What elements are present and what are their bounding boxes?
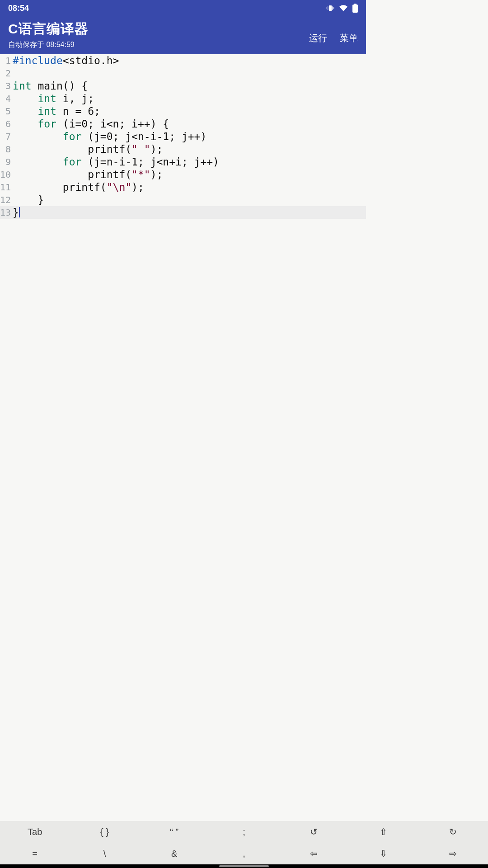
line-number: 10 (0, 168, 12, 181)
code-line[interactable]: 10 printf("*"); (0, 168, 366, 181)
code-content[interactable] (12, 67, 13, 80)
code-line[interactable]: 7 for (j=0; j<n-i-1; j++) (0, 130, 366, 143)
code-line[interactable]: 2 (0, 67, 366, 80)
wifi-icon (339, 4, 348, 12)
code-line[interactable]: 12 } (0, 193, 366, 206)
code-content[interactable]: for (j=0; j<n-i-1; j++) (12, 130, 206, 143)
line-number: 11 (0, 181, 12, 193)
code-content[interactable]: int main() { (12, 80, 88, 92)
line-number: 6 (0, 118, 12, 130)
app-bar: C语言编译器 自动保存于 08:54:59 运行 菜单 (0, 16, 366, 54)
battery-icon (352, 4, 358, 13)
code-content[interactable]: } (12, 206, 20, 219)
code-line[interactable]: 11 printf("\n"); (0, 181, 366, 193)
code-content[interactable]: int i, j; (12, 92, 94, 105)
code-content[interactable]: for (j=n-i-1; j<n+i; j++) (12, 156, 219, 168)
status-bar: 08:54 (0, 0, 366, 16)
code-line[interactable]: 5 int n = 6; (0, 105, 366, 118)
code-line[interactable]: 9 for (j=n-i-1; j<n+i; j++) (0, 156, 366, 168)
line-number: 9 (0, 156, 12, 168)
line-number: 12 (0, 193, 12, 206)
line-number: 8 (0, 143, 12, 156)
line-number: 4 (0, 92, 12, 105)
line-number: 2 (0, 67, 12, 80)
app-title: C语言编译器 (8, 20, 309, 38)
run-button[interactable]: 运行 (309, 32, 327, 44)
line-number: 3 (0, 80, 12, 92)
svg-rect-4 (333, 7, 334, 9)
line-number: 5 (0, 105, 12, 118)
svg-rect-6 (354, 4, 357, 5)
code-content[interactable]: int n = 6; (12, 105, 100, 118)
code-editor[interactable]: 1#include<stdio.h>23int main() {4 int i,… (0, 54, 366, 588)
line-number: 13 (0, 206, 12, 219)
menu-button[interactable]: 菜单 (340, 32, 358, 44)
svg-rect-1 (328, 6, 328, 10)
vibrate-icon (326, 4, 334, 12)
code-content[interactable]: printf("*"); (12, 168, 163, 181)
code-line[interactable]: 8 printf(" "); (0, 143, 366, 156)
svg-rect-3 (327, 7, 327, 9)
code-content[interactable]: #include<stdio.h> (12, 54, 119, 67)
code-line[interactable]: 4 int i, j; (0, 92, 366, 105)
caret (19, 207, 20, 217)
code-line[interactable]: 3int main() { (0, 80, 366, 92)
svg-rect-0 (329, 5, 332, 11)
code-content[interactable]: for (i=0; i<n; i++) { (12, 118, 169, 130)
code-line[interactable]: 6 for (i=0; i<n; i++) { (0, 118, 366, 130)
line-number: 1 (0, 54, 12, 67)
code-content[interactable]: printf(" "); (12, 143, 163, 156)
code-content[interactable]: printf("\n"); (12, 181, 144, 193)
code-content[interactable]: } (12, 193, 44, 206)
autosave-status: 自动保存于 08:54:59 (8, 40, 309, 50)
svg-rect-2 (333, 6, 333, 10)
status-time: 08:54 (8, 4, 29, 13)
line-number: 7 (0, 130, 12, 143)
code-line[interactable]: 1#include<stdio.h> (0, 54, 366, 67)
svg-rect-5 (352, 5, 358, 13)
code-line[interactable]: 13} (0, 206, 366, 219)
